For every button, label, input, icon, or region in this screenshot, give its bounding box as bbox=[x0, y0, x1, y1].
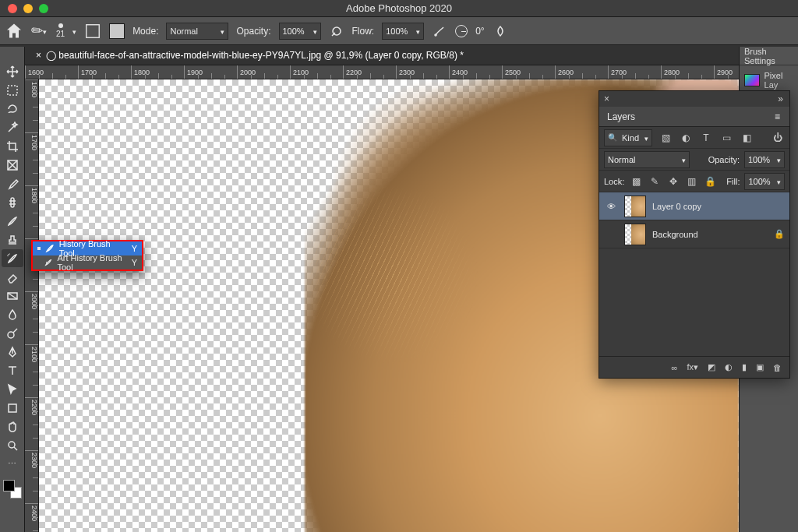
mask-icon[interactable]: ◩ bbox=[708, 362, 715, 372]
brush-picker[interactable]: 21 bbox=[56, 23, 65, 38]
panel-collapse-icon[interactable]: » bbox=[778, 93, 783, 104]
chevron-down-icon[interactable] bbox=[72, 26, 76, 36]
lasso-tool[interactable] bbox=[2, 100, 23, 118]
airbrush-icon[interactable] bbox=[432, 23, 447, 39]
move-tool[interactable] bbox=[2, 62, 23, 80]
window-close-icon[interactable] bbox=[8, 4, 17, 13]
layers-footer: ∞ fx▾ ◩ ◐ ▮ ▣ 🗑 bbox=[599, 356, 789, 378]
symmetry-icon[interactable] bbox=[493, 23, 508, 39]
frame-tool[interactable] bbox=[2, 156, 23, 174]
link-layers-icon[interactable]: ∞ bbox=[672, 363, 678, 372]
layer-name[interactable]: Background bbox=[652, 230, 698, 239]
home-icon[interactable] bbox=[6, 23, 22, 39]
traffic-lights bbox=[0, 4, 48, 13]
brush-tool[interactable] bbox=[2, 212, 23, 230]
lock-label: Lock: bbox=[604, 177, 624, 186]
mode-label: Mode: bbox=[132, 26, 158, 37]
hand-tool[interactable] bbox=[2, 417, 23, 435]
edit-toolbar-icon[interactable]: ⋯ bbox=[2, 455, 23, 473]
layer-thumbnail[interactable] bbox=[624, 196, 646, 217]
flyout-item-label: Art History Brush Tool bbox=[57, 253, 126, 272]
svg-rect-0 bbox=[87, 24, 100, 37]
flow-input[interactable]: 100% bbox=[382, 23, 424, 40]
brush-settings-icon[interactable] bbox=[84, 23, 101, 40]
group-icon[interactable]: ▮ bbox=[742, 362, 747, 372]
options-bar: ✎ 21 Mode: Normal Opacity: 100% Flow: 10… bbox=[0, 17, 798, 45]
vertical-ruler[interactable]: 160017001800190020002100220023002400 bbox=[25, 79, 39, 532]
filter-toggle-icon[interactable]: ⏻ bbox=[771, 131, 785, 145]
filter-type-icon[interactable]: T bbox=[699, 131, 713, 145]
foreground-background-color[interactable] bbox=[3, 480, 22, 499]
filter-adjust-icon[interactable]: ◐ bbox=[679, 131, 693, 145]
lock-position-icon[interactable]: ✥ bbox=[666, 174, 680, 188]
layers-tab-label: Layers bbox=[607, 111, 635, 122]
filter-shape-icon[interactable]: ▭ bbox=[719, 131, 733, 145]
pressure-opacity-icon[interactable] bbox=[329, 23, 344, 39]
lock-icon: 🔒 bbox=[774, 229, 785, 239]
filter-smart-icon[interactable]: ◧ bbox=[740, 131, 754, 145]
horizontal-ruler[interactable]: 1600170018001900200021002200230024002500… bbox=[25, 65, 739, 79]
layer-filter-kind[interactable]: 🔍Kind bbox=[604, 129, 652, 146]
app-title: Adobe Photoshop 2020 bbox=[346, 2, 452, 14]
healing-tool[interactable] bbox=[2, 193, 23, 211]
fx-icon[interactable]: fx▾ bbox=[687, 362, 698, 372]
gradient-tool[interactable] bbox=[2, 287, 23, 305]
hair-strands-overlay bbox=[277, 150, 500, 399]
panel-close-icon[interactable]: × bbox=[604, 93, 609, 104]
shape-tool[interactable] bbox=[2, 399, 23, 417]
eraser-tool[interactable] bbox=[2, 268, 23, 286]
lock-brush-icon[interactable]: ✎ bbox=[648, 174, 662, 188]
layer-item[interactable]: Background 🔒 bbox=[599, 220, 789, 248]
opacity-label: Opacity: bbox=[236, 26, 270, 37]
opacity-input[interactable]: 100% bbox=[279, 23, 321, 40]
swatch-icon bbox=[744, 74, 760, 86]
history-brush-tool[interactable] bbox=[2, 249, 23, 267]
brush-size-value: 21 bbox=[56, 30, 65, 38]
layers-tab[interactable]: Layers ≡ bbox=[599, 107, 789, 127]
window-maximize-icon[interactable] bbox=[39, 4, 48, 13]
tool-preset-picker[interactable]: ✎ bbox=[30, 22, 48, 41]
blend-mode-select[interactable]: Normal bbox=[166, 23, 228, 40]
layer-fill-input[interactable]: 100% bbox=[744, 173, 785, 190]
blur-tool[interactable] bbox=[2, 305, 23, 323]
filter-pixel-icon[interactable]: ▧ bbox=[659, 131, 673, 145]
brush-settings-tab[interactable]: Brush Settings bbox=[740, 47, 798, 65]
layer-opacity-input[interactable]: 100% bbox=[744, 151, 785, 168]
layer-thumbnail[interactable] bbox=[624, 224, 646, 245]
opacity-value: 100% bbox=[283, 26, 305, 36]
svg-rect-3 bbox=[8, 86, 17, 95]
svg-rect-5 bbox=[11, 198, 14, 207]
type-tool[interactable] bbox=[2, 361, 23, 379]
new-layer-icon[interactable]: ▣ bbox=[756, 362, 764, 372]
lock-pixels-icon[interactable]: ▩ bbox=[629, 174, 643, 188]
angle-dial-icon[interactable] bbox=[455, 25, 468, 37]
close-tab-icon[interactable]: × bbox=[36, 50, 41, 61]
blend-mode-value: Normal bbox=[170, 26, 197, 36]
layer-blend-mode[interactable]: Normal bbox=[604, 151, 690, 168]
color-swatch[interactable] bbox=[109, 23, 125, 39]
crop-tool[interactable] bbox=[2, 137, 23, 155]
flyout-item-art-history-brush[interactable]: Art History Brush Tool Y bbox=[33, 255, 142, 270]
layer-name[interactable]: Layer 0 copy bbox=[652, 202, 701, 211]
zoom-tool[interactable] bbox=[2, 436, 23, 454]
eyedropper-tool[interactable] bbox=[2, 174, 23, 192]
delete-layer-icon[interactable]: 🗑 bbox=[773, 363, 782, 372]
layer-item[interactable]: 👁 Layer 0 copy bbox=[599, 192, 789, 220]
lock-artboard-icon[interactable]: ▥ bbox=[685, 174, 699, 188]
stamp-tool[interactable] bbox=[2, 231, 23, 248]
wand-tool[interactable] bbox=[2, 118, 23, 136]
dodge-tool[interactable] bbox=[2, 324, 23, 342]
visibility-icon[interactable]: 👁 bbox=[604, 202, 618, 211]
panel-menu-icon[interactable]: ≡ bbox=[775, 111, 780, 122]
marquee-tool[interactable] bbox=[2, 81, 23, 99]
pen-tool[interactable] bbox=[2, 343, 23, 361]
window-minimize-icon[interactable] bbox=[23, 4, 33, 13]
lock-all-icon[interactable]: 🔒 bbox=[704, 174, 718, 188]
document-tab[interactable]: × ◯ beautiful-face-of-an-attractive-mode… bbox=[0, 45, 798, 65]
adjustment-icon[interactable]: ◐ bbox=[725, 362, 733, 372]
svg-point-7 bbox=[8, 332, 14, 338]
path-select-tool[interactable] bbox=[2, 380, 23, 398]
layer-blend-value: Normal bbox=[608, 155, 635, 164]
layer-filter-value: Kind bbox=[622, 133, 639, 143]
document-title: ◯ beautiful-face-of-an-attractive-model-… bbox=[46, 50, 464, 61]
